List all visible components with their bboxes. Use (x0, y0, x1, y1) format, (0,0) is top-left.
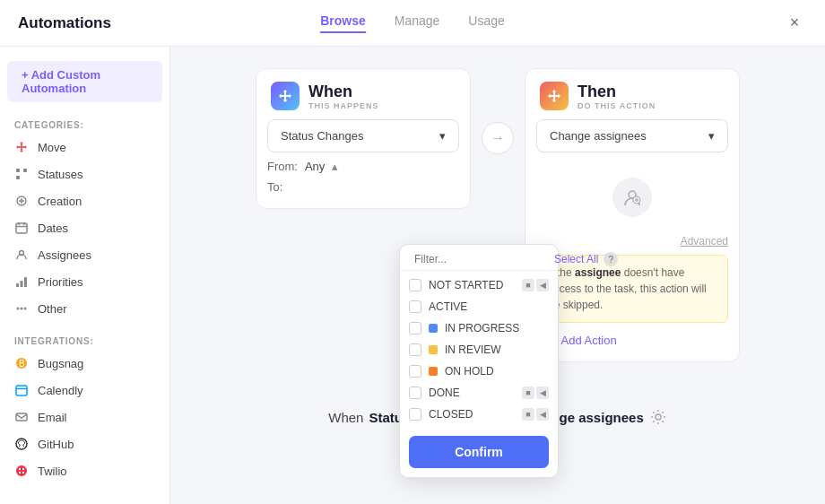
svg-point-23 (16, 465, 27, 476)
in-review-color (429, 345, 438, 354)
when-header: When THIS HAPPENS (256, 69, 470, 119)
svg-rect-2 (23, 169, 27, 172)
header-tabs: Browse Manage Usage (320, 13, 505, 33)
in-review-checkbox[interactable] (409, 343, 421, 356)
status-item-closed[interactable]: CLOSED ■ ◀ (400, 404, 558, 425)
assignee-empty-icon (612, 178, 652, 217)
status-item-in-review[interactable]: IN REVIEW (400, 339, 558, 361)
closed-checkbox[interactable] (409, 408, 421, 421)
sidebar-item-email[interactable]: Email (0, 404, 169, 430)
sidebar-item-move[interactable]: Move (0, 134, 169, 161)
sidebar-item-dates-label: Dates (38, 222, 68, 235)
sidebar-item-priorities-label: Priorities (38, 275, 83, 289)
sidebar-item-bugsnag[interactable]: B Bugsnag (0, 350, 169, 377)
statuses-icon (14, 167, 29, 181)
status-item-on-hold[interactable]: ON HOLD (400, 361, 558, 382)
svg-point-25 (22, 468, 24, 470)
in-progress-checkbox[interactable] (409, 322, 421, 335)
chevron-up-icon: ▴ (332, 160, 338, 173)
when-block: When THIS HAPPENS Status Changes ▾ From:… (256, 68, 471, 209)
sidebar-item-other[interactable]: Other (0, 295, 169, 322)
then-title-block: Then DO THIS ACTION (578, 83, 656, 110)
done-icons: ■ ◀ (522, 387, 549, 399)
calendly-icon (14, 383, 29, 397)
svg-rect-0 (16, 169, 20, 172)
sidebar-item-dates[interactable]: Dates (0, 214, 169, 241)
close-button[interactable]: × (782, 11, 807, 36)
active-checkbox[interactable] (409, 300, 421, 313)
done-action-icon-1: ■ (522, 387, 534, 399)
then-subtitle: DO THIS ACTION (578, 101, 656, 110)
svg-rect-12 (21, 281, 23, 287)
svg-point-26 (19, 472, 21, 474)
filter-input[interactable] (414, 253, 549, 265)
add-custom-automation-button[interactable]: + Add Custom Automation (7, 61, 162, 102)
when-icon (271, 82, 300, 110)
creation-icon (14, 194, 29, 208)
dropdown-chevron-icon: ▾ (708, 129, 715, 143)
summary-when-prefix: When (328, 410, 363, 425)
from-row: From: Any ▴ (267, 152, 459, 177)
not-started-label: NOT STARTED (429, 279, 515, 291)
app-title: Automations (18, 14, 111, 32)
change-assignees-dropdown[interactable]: Change assignees ▾ (536, 119, 728, 152)
status-item-in-progress[interactable]: IN PROGRESS (400, 317, 558, 339)
to-row: To: (267, 177, 459, 197)
tab-usage[interactable]: Usage (468, 13, 504, 33)
done-checkbox[interactable] (409, 387, 421, 399)
dates-icon (14, 221, 29, 235)
status-dropdown-value: Status Changes (281, 129, 364, 143)
status-item-done[interactable]: DONE ■ ◀ (400, 382, 558, 404)
sidebar-item-calendly[interactable]: Calendly (0, 377, 169, 404)
assignees-icon (14, 248, 29, 262)
when-title: When (308, 83, 379, 101)
active-label: ACTIVE (429, 300, 549, 313)
to-label: To: (267, 180, 282, 194)
closed-icons: ■ ◀ (522, 408, 549, 421)
svg-rect-1 (16, 176, 20, 179)
assignee-placeholder (536, 160, 728, 235)
when-title-block: When THIS HAPPENS (308, 83, 379, 110)
flow-arrow: → (482, 122, 514, 154)
flow-arrow-container: → (471, 68, 525, 154)
assignee-dropdown-value: Change assignees (550, 129, 647, 143)
svg-rect-19 (16, 386, 27, 395)
sidebar-item-priorities[interactable]: Priorities (0, 268, 169, 295)
when-subtitle: THIS HAPPENS (308, 101, 379, 110)
on-hold-checkbox[interactable] (409, 365, 421, 378)
svg-rect-21 (16, 413, 27, 421)
sidebar-item-twilio[interactable]: Twilio (0, 457, 169, 484)
confirm-button[interactable]: Confirm (409, 436, 549, 468)
add-action-label: + Add Action (551, 334, 617, 347)
sidebar-item-statuses[interactable]: Statuses (0, 161, 169, 187)
from-value: Any (305, 160, 325, 173)
sidebar-item-creation[interactable]: Creation (0, 187, 169, 214)
then-icon (540, 82, 569, 110)
chevron-down-icon: ▾ (439, 129, 446, 143)
status-changes-dropdown[interactable]: Status Changes ▾ (267, 119, 459, 152)
sidebar-item-github-label: GitHub (38, 438, 74, 451)
status-item-active[interactable]: ACTIVE (400, 296, 558, 317)
sidebar-item-github[interactable]: GitHub (0, 430, 169, 457)
not-started-checkbox[interactable] (409, 279, 421, 291)
svg-point-15 (21, 308, 23, 310)
email-icon (14, 410, 29, 424)
done-label: DONE (429, 387, 515, 399)
advanced-link[interactable]: Advanced (536, 235, 728, 248)
sidebar-item-move-label: Move (38, 141, 66, 154)
status-item-not-started[interactable]: NOT STARTED ■ ◀ (400, 274, 558, 296)
add-action-button[interactable]: ⊕ + Add Action (536, 330, 728, 351)
svg-rect-6 (16, 223, 27, 233)
svg-rect-13 (24, 277, 27, 287)
select-all-button[interactable]: Select All (554, 253, 598, 265)
svg-rect-11 (16, 283, 19, 287)
warning-bold: assignee (575, 266, 621, 279)
tab-browse[interactable]: Browse (320, 13, 366, 33)
svg-text:B: B (19, 359, 25, 369)
summary-gear-icon[interactable] (649, 408, 667, 426)
other-icon (14, 301, 29, 316)
sidebar-item-assignees[interactable]: Assignees (0, 241, 169, 268)
then-title: Then (578, 83, 656, 101)
on-hold-color (429, 367, 438, 376)
tab-manage[interactable]: Manage (395, 13, 440, 33)
